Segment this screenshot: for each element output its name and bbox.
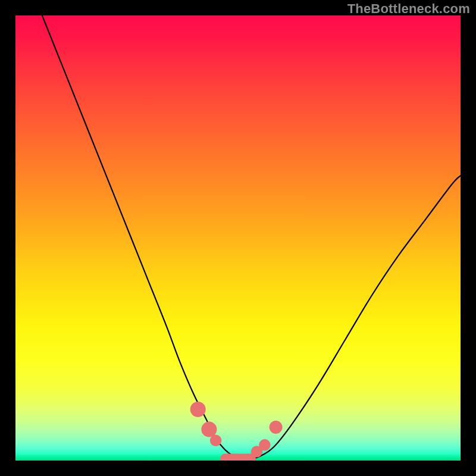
- plot-area: [15, 15, 461, 461]
- curve-marker-0: [190, 402, 206, 417]
- curve-marker-1: [201, 422, 217, 437]
- bottleneck-curve: [42, 15, 461, 459]
- watermark-text: TheBottleneck.com: [347, 1, 470, 17]
- chart-frame: TheBottleneck.com: [0, 0, 476, 476]
- curve-marker-4: [259, 439, 271, 451]
- curve-marker-5: [270, 421, 283, 434]
- curve-marker-2: [210, 435, 222, 447]
- curve-layer: [15, 15, 461, 461]
- flat-region-marker: [220, 454, 256, 461]
